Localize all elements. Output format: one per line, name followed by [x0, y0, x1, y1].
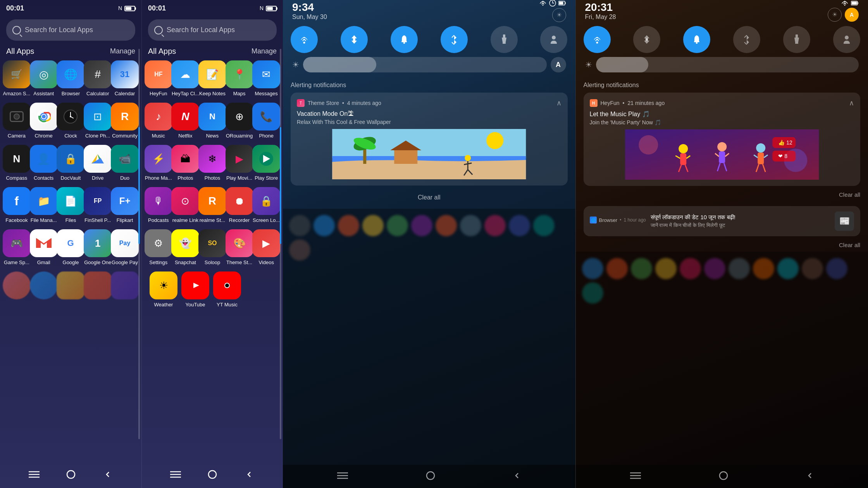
app-photos-2[interactable]: ❄ Photos	[199, 145, 226, 181]
app-recorder[interactable]: ⏺ Recorder	[226, 187, 253, 223]
left-clear-all[interactable]: Clear all	[291, 189, 568, 206]
middle-manage-button[interactable]: Manage	[251, 47, 277, 55]
middle-search-bar[interactable]: Search for Local Apps	[148, 19, 277, 41]
left-qs-wifi[interactable]	[291, 26, 318, 53]
app-soloop[interactable]: SO Soloop	[199, 229, 226, 265]
right-notif-card-browser[interactable]: 🌐 Browser • 1 hour ago संपूर्ण लॉकडाउन क…	[584, 206, 861, 236]
left-notif-menu[interactable]	[337, 472, 348, 481]
svg-text:👍 12: 👍 12	[778, 139, 792, 146]
left-qs-data[interactable]	[341, 26, 368, 53]
left-notif-home[interactable]	[426, 471, 435, 482]
app-duo[interactable]: 📹 Duo	[112, 145, 138, 181]
left-home-button[interactable]	[63, 467, 79, 482]
app-play-movies[interactable]: ▶ Play Movi...	[226, 145, 253, 181]
app-netflix[interactable]: N Netflix	[172, 103, 198, 139]
phone-manager-label: Phone Ma...	[145, 175, 172, 181]
left-qs-bell[interactable]	[391, 26, 418, 53]
right-qs-flashlight[interactable]	[783, 26, 810, 53]
right-brightness-slider[interactable]	[596, 57, 859, 72]
left-brightness-slider[interactable]	[303, 57, 547, 72]
app-phone[interactable]: 📞 Phone	[253, 103, 279, 139]
left-auto-brightness[interactable]: A	[551, 57, 566, 72]
app-realme-store[interactable]: R realme St...	[199, 187, 226, 223]
right-notif-home[interactable]	[719, 471, 728, 482]
middle-all-apps-label: All Apps	[148, 47, 176, 56]
app-calculator[interactable]: # Calculator	[84, 60, 111, 96]
app-heyfun[interactable]: HF HeyFun	[145, 60, 172, 96]
app-google-pay[interactable]: Pay Google Pay	[112, 229, 138, 265]
right-qs-portrait[interactable]	[833, 26, 860, 53]
blur-app-9	[484, 215, 506, 236]
left-back-button[interactable]	[100, 467, 115, 482]
app-photos-1[interactable]: 🏔 Photos	[172, 145, 198, 181]
app-yt-music[interactable]: YT Music	[214, 271, 240, 308]
app-news[interactable]: N News	[199, 103, 226, 139]
left-qs-flashlight[interactable]	[491, 26, 518, 53]
app-chrome[interactable]: Chrome	[31, 103, 57, 139]
right-clear-all-1[interactable]: Clear all	[584, 190, 861, 200]
left-qs-bluetooth[interactable]	[441, 26, 468, 53]
app-settings[interactable]: ⚙ Settings	[145, 229, 172, 265]
svg-point-34	[303, 42, 305, 44]
app-screen-lock[interactable]: 🔒 Screen Lo...	[253, 187, 279, 223]
left-notif-card-theme[interactable]: T Theme Store • 4 minutes ago ∧ Vacation…	[291, 93, 568, 186]
app-contacts[interactable]: 👤 Contacts	[31, 145, 57, 181]
middle-menu-button[interactable]	[168, 467, 183, 482]
app-heytap[interactable]: ☁ HeyTap Cl...	[172, 60, 198, 96]
right-qs-data[interactable]	[633, 26, 660, 53]
app-clone-phone[interactable]: ⊡ Clone Ph...	[84, 103, 111, 139]
right-qs-bell[interactable]	[683, 26, 710, 53]
left-brightness-icon[interactable]: ☀	[552, 8, 566, 22]
app-browser[interactable]: 🌐 Browser	[57, 60, 84, 96]
app-play-store[interactable]: Play Store	[253, 145, 279, 181]
right-user-icon[interactable]: A	[845, 8, 859, 22]
right-qs-wifi[interactable]	[584, 26, 611, 53]
app-youtube[interactable]: YouTube	[182, 271, 208, 308]
right-clear-all-2[interactable]: Clear all	[576, 240, 868, 252]
app-maps[interactable]: 📍 Maps	[226, 60, 253, 96]
app-gmail[interactable]: Gmail	[31, 229, 57, 265]
app-realme-link[interactable]: ⊙ realme Link	[172, 187, 198, 223]
left-menu-button[interactable]	[26, 467, 42, 482]
app-drive[interactable]: Drive	[84, 145, 111, 181]
app-oroaming[interactable]: ⊕ ORouaming	[226, 103, 253, 139]
app-facebook[interactable]: f Facebook	[3, 187, 30, 223]
left-manage-button[interactable]: Manage	[110, 47, 135, 55]
left-notif-expand[interactable]: ∧	[556, 99, 561, 107]
left-search-bar[interactable]: Search for Local Apps	[6, 19, 135, 41]
left-notif-back[interactable]	[513, 472, 521, 481]
right-notif-menu[interactable]	[630, 472, 641, 481]
app-compass[interactable]: N Compass	[3, 145, 30, 181]
middle-home-button[interactable]	[205, 467, 220, 482]
middle-back-button[interactable]	[241, 467, 257, 482]
app-messages[interactable]: ✉ Messages	[253, 60, 279, 96]
app-calendar[interactable]: 31 Calendar	[112, 60, 138, 96]
app-assistant[interactable]: ◎ Assistant	[31, 60, 57, 96]
right-notif-back[interactable]	[806, 472, 814, 481]
app-amazon[interactable]: 🛒 Amazon S...	[3, 60, 30, 96]
app-community[interactable]: R Community	[112, 103, 138, 139]
app-keepnotes[interactable]: 📝 Keep Notes	[199, 60, 226, 96]
right-notif-card-heyfun[interactable]: H HeyFun • 21 minutes ago ∧ Let the Musi…	[584, 93, 861, 186]
app-clock[interactable]: Clock	[57, 103, 84, 139]
app-file-manager[interactable]: 📁 File Mana...	[31, 187, 57, 223]
app-docvault[interactable]: 🔒 DocVault	[57, 145, 84, 181]
app-camera[interactable]: Camera	[3, 103, 30, 139]
right-qs-bluetooth[interactable]	[733, 26, 760, 53]
right-brightness-icon[interactable]: ☀	[828, 8, 842, 22]
right-notif-expand[interactable]: ∧	[849, 99, 854, 107]
app-google-one[interactable]: 1 Google One	[84, 229, 111, 265]
app-google[interactable]: G Google	[57, 229, 84, 265]
app-podcasts[interactable]: 🎙 Podcasts	[145, 187, 172, 223]
app-finshell[interactable]: FP FinShell P...	[84, 187, 111, 223]
app-files[interactable]: 📄 Files	[57, 187, 84, 223]
left-qs-portrait[interactable]	[540, 26, 567, 53]
app-weather[interactable]: ☀ Weather	[150, 271, 177, 308]
app-snapchat[interactable]: 👻 Snapchat	[172, 229, 198, 265]
app-music[interactable]: ♪ Music	[145, 103, 172, 139]
app-game-space[interactable]: 🎮 Game Sp...	[3, 229, 30, 265]
app-phone-manager[interactable]: ⚡ Phone Ma...	[145, 145, 172, 181]
app-theme-store[interactable]: 🎨 Theme St...	[226, 229, 253, 265]
app-flipkart[interactable]: F+ Flipkart	[112, 187, 138, 223]
app-videos[interactable]: ▶ Videos	[253, 229, 279, 265]
